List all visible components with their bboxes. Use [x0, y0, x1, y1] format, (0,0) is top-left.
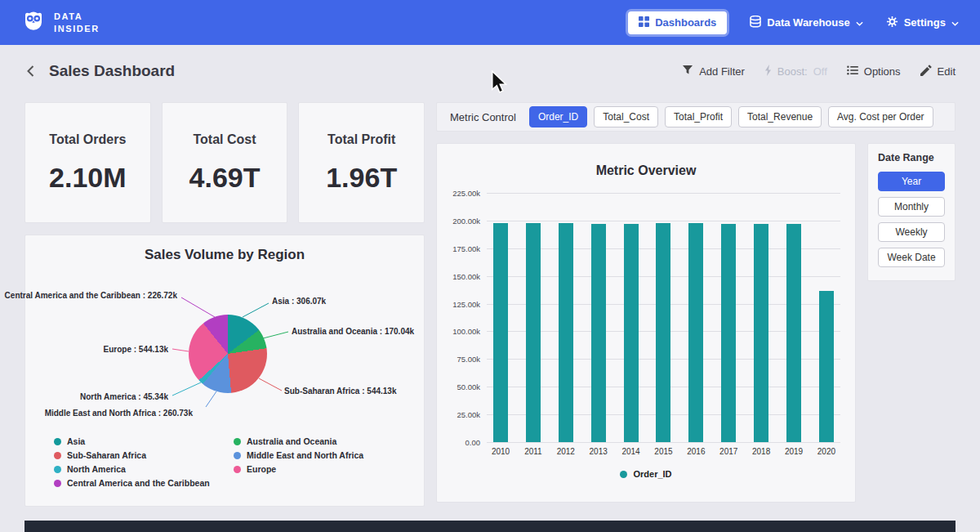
navbar-right: Dashboards Data Warehouse Settings: [628, 11, 959, 34]
bar-cell-2016: [688, 193, 703, 442]
metric-option-total-profit[interactable]: Total_Profit: [665, 106, 732, 127]
bottom-strip: [24, 521, 956, 532]
bar-2019[interactable]: [786, 224, 801, 442]
back-button[interactable]: [24, 65, 38, 78]
pie-legend-column: AsiaSub-Saharan AfricaNorth AmericaCentr…: [54, 436, 234, 488]
bar-legend-label: Order_ID: [633, 469, 671, 479]
legend-label: Central America and the Caribbean: [67, 478, 210, 488]
chevron-down-icon: [951, 16, 959, 29]
x-axis-label: 2014: [618, 447, 644, 456]
legend-label: Sub-Saharan Africa: [67, 450, 146, 460]
metric-option-avg-cost-per-order[interactable]: Avg. Cost per Order: [828, 106, 933, 127]
bar-cell-2011: [526, 193, 541, 442]
kpi-row: Total Orders2.10MTotal Cost4.69TTotal Pr…: [24, 102, 425, 223]
pie-chart-title: Sales Volume by Region: [25, 247, 424, 263]
bar-cell-2014: [624, 193, 639, 442]
x-axis-label: 2018: [748, 447, 774, 456]
owl-logo-icon: [21, 9, 46, 37]
legend-dot: [234, 438, 241, 445]
options-button[interactable]: Options: [847, 65, 901, 78]
bar-2015[interactable]: [656, 223, 670, 442]
kpi-card-total-cost: Total Cost4.69T: [162, 102, 288, 223]
bar-2017[interactable]: [721, 224, 736, 442]
bar-chart-legend: Order_ID: [450, 469, 842, 479]
bar-2014[interactable]: [624, 224, 639, 442]
bolt-icon: [764, 65, 772, 78]
x-axis-label: 2016: [683, 447, 709, 456]
header-actions: Add Filter Boost: Off Options Edit: [682, 65, 956, 78]
dashboards-button[interactable]: Dashboards: [628, 11, 727, 34]
bar-cell-2013: [591, 193, 606, 442]
legend-dot: [54, 466, 61, 473]
bar-2013[interactable]: [591, 224, 606, 442]
y-tick-label: 225.00k: [452, 189, 480, 198]
bar-2010[interactable]: [493, 223, 508, 442]
bar-2011[interactable]: [526, 223, 541, 442]
date-range-option-week-date[interactable]: Week Date: [878, 248, 945, 267]
settings-menu[interactable]: Settings: [886, 16, 959, 30]
grid-icon: [639, 16, 649, 29]
y-tick-label: 25.00k: [457, 410, 480, 419]
kpi-card-total-orders: Total Orders2.10M: [24, 102, 151, 223]
bar-chart-x-axis: 2010201120122013201420152016201720182019…: [487, 447, 840, 456]
data-warehouse-menu[interactable]: Data Warehouse: [750, 16, 862, 30]
gear-icon: [886, 16, 898, 30]
bar-cell-2012: [559, 193, 573, 442]
legend-dot: [54, 452, 61, 459]
legend-label: Australia and Oceania: [247, 436, 336, 446]
legend-item-asia: Asia: [54, 436, 234, 446]
metric-option-total-cost[interactable]: Total_Cost: [594, 106, 658, 127]
bar-cell-2017: [721, 193, 736, 442]
metric-overview-card: Metric Overview 225.00k200.00k175.00k150…: [436, 143, 856, 503]
options-label: Options: [864, 65, 901, 78]
date-range-option-year[interactable]: Year: [878, 172, 945, 191]
funnel-icon: [682, 65, 693, 78]
chevron-down-icon: [856, 16, 863, 29]
edit-label: Edit: [938, 65, 956, 78]
x-axis-label: 2017: [715, 447, 742, 456]
pie-slice-label-central-america-and-the-caribbean: Central America and the Caribbean : 226.…: [5, 291, 177, 300]
list-icon: [847, 65, 858, 78]
pie-chart[interactable]: [189, 315, 267, 393]
edit-button[interactable]: Edit: [920, 65, 956, 78]
page-title: Sales Dashboard: [49, 62, 175, 80]
y-tick-label: 75.00k: [457, 355, 480, 364]
bar-2012[interactable]: [559, 223, 573, 442]
kpi-card-total-profit: Total Profit1.96T: [298, 102, 425, 223]
legend-label: Asia: [67, 436, 85, 446]
date-range-option-monthly[interactable]: Monthly: [878, 197, 945, 217]
top-navbar: DATA INSIDER Dashboards Da: [0, 0, 980, 45]
bar-2018[interactable]: [754, 224, 768, 442]
y-tick-label: 200.00k: [452, 217, 480, 226]
metric-option-total-revenue[interactable]: Total_Revenue: [738, 106, 822, 127]
x-axis-label: 2020: [813, 447, 840, 456]
legend-item-australia-and-oceania: Australia and Oceania: [234, 436, 413, 446]
metric-option-order-id[interactable]: Order_ID: [529, 106, 587, 127]
x-axis-label: 2019: [781, 447, 807, 456]
brand-text: DATA INSIDER: [54, 11, 100, 34]
x-axis-label: 2012: [553, 447, 579, 456]
bar-cell-2015: [656, 193, 670, 442]
bar-2020[interactable]: [819, 291, 834, 442]
bar-2016[interactable]: [688, 223, 703, 442]
legend-label: Europe: [247, 464, 276, 474]
metric-control-buttons: Order_IDTotal_CostTotal_ProfitTotal_Reve…: [529, 106, 933, 127]
add-filter-label: Add Filter: [699, 65, 745, 78]
legend-item-sub-saharan-africa: Sub-Saharan Africa: [54, 450, 234, 460]
date-range-option-weekly[interactable]: Weekly: [878, 222, 945, 242]
pie-legend-column: Australia and OceaniaMiddle East and Nor…: [234, 436, 413, 488]
metric-control-label: Metric Control: [450, 111, 516, 123]
pie-slice-label-middle-east-and-north-africa: Middle East and North Africa : 260.73k: [45, 409, 193, 418]
boost-toggle[interactable]: Boost: Off: [764, 65, 827, 78]
left-column: Total Orders2.10MTotal Cost4.69TTotal Pr…: [24, 102, 425, 507]
bar-cell-2019: [786, 193, 801, 442]
add-filter-button[interactable]: Add Filter: [682, 65, 745, 78]
legend-label: North America: [67, 464, 126, 474]
brand-line-2: INSIDER: [54, 23, 100, 34]
legend-dot: [234, 452, 241, 459]
date-range-label: Date Range: [878, 152, 945, 163]
x-axis-label: 2011: [520, 447, 546, 456]
y-tick-label: 150.00k: [452, 272, 480, 281]
pencil-icon: [920, 65, 932, 78]
legend-label: Middle East and North Africa: [247, 450, 363, 460]
